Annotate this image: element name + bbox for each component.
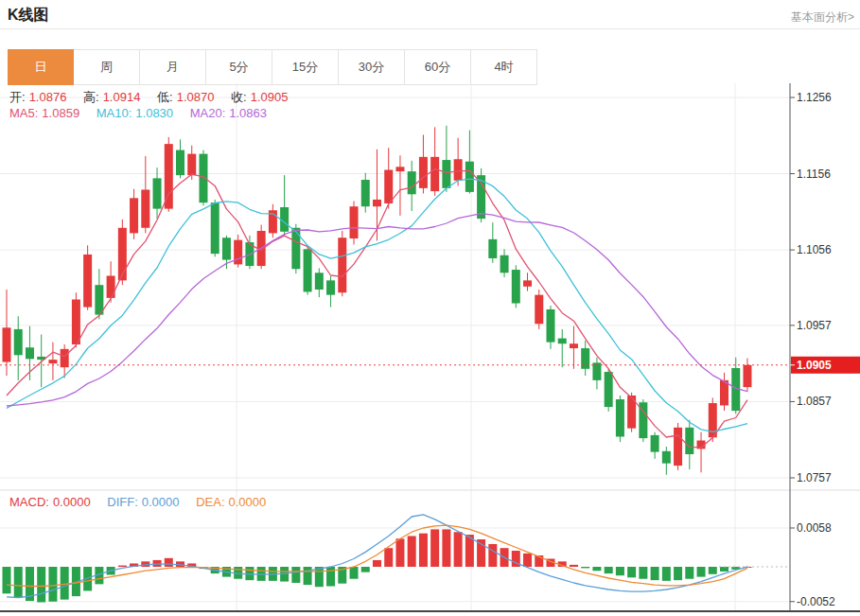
candle	[72, 299, 80, 344]
macd-histogram-bar	[408, 536, 416, 567]
candle	[685, 428, 693, 454]
macd-histogram-bar	[61, 567, 69, 600]
macd-histogram-bar	[442, 529, 450, 567]
high-value: 1.0914	[103, 90, 141, 104]
macd-histogram-bar	[395, 538, 404, 567]
macd-histogram-bar	[419, 534, 428, 567]
macd-histogram-bar	[709, 567, 717, 574]
candle	[14, 329, 23, 355]
macd-histogram-bar	[605, 567, 613, 573]
y-axis-label: 1.1256	[797, 91, 832, 104]
candle	[662, 451, 671, 464]
candle	[373, 200, 381, 206]
candle	[83, 255, 92, 308]
candle	[408, 171, 416, 194]
close-value: 1.0905	[251, 90, 289, 104]
candle	[141, 189, 149, 227]
candle	[291, 228, 300, 270]
macd-histogram-bar	[48, 567, 57, 602]
candle	[605, 372, 613, 407]
macd-histogram-bar	[326, 567, 335, 587]
ma-legend: MA5:1.0859 MA10:1.0830 MA20:1.0863	[9, 106, 271, 120]
diff-value: 0.0000	[142, 495, 180, 509]
candle	[616, 399, 624, 436]
candle	[442, 160, 450, 188]
candle	[222, 238, 231, 259]
macd-histogram-bar	[291, 567, 300, 583]
ma5-label: MA5:	[9, 106, 38, 120]
candle	[558, 339, 567, 344]
candle	[304, 249, 312, 291]
candle	[720, 380, 728, 406]
open-value: 1.0876	[29, 90, 67, 104]
macd-label: MACD:	[9, 495, 49, 509]
candle	[581, 348, 589, 369]
macd-histogram-bar	[373, 560, 381, 567]
candle	[488, 239, 497, 258]
ma20-value: 1.0863	[229, 106, 267, 120]
macd-legend: MACD:0.0000 DIFF:0.0000 DEA:0.0000	[9, 495, 270, 509]
macd-histogram-bar	[570, 565, 578, 567]
candle	[523, 280, 532, 286]
macd-histogram-bar	[523, 554, 532, 567]
macd-histogram-bar	[3, 567, 11, 593]
macd-histogram-bar	[720, 567, 728, 572]
y-axis-label: 1.0957	[797, 319, 832, 332]
candle	[570, 343, 578, 348]
candle	[651, 435, 659, 452]
candle	[176, 150, 184, 176]
current-price-tag-label: 1.0905	[797, 359, 832, 372]
candle	[674, 428, 682, 466]
ma20-label: MA20:	[190, 106, 226, 120]
candle	[326, 280, 335, 294]
macd-histogram-bar	[361, 567, 370, 572]
diff-line	[7, 515, 747, 598]
macd-histogram-bar	[165, 558, 173, 567]
macd-histogram-bar	[153, 560, 162, 567]
diff-label: DIFF:	[107, 495, 138, 509]
close-label: 收:	[231, 90, 247, 104]
y-axis-label: 1.0757	[797, 471, 832, 484]
candle	[500, 255, 509, 273]
macd-histogram-bar	[627, 567, 636, 577]
candle	[3, 327, 11, 361]
kline-app: K线图 基本面分析> 日 周 月 5分 15分 30分 60分 4时 1.125…	[0, 0, 860, 616]
high-label: 高:	[83, 90, 99, 104]
dea-label: DEA:	[196, 495, 224, 509]
y-axis-label: 1.1056	[797, 243, 832, 256]
macd-histogram-bar	[350, 567, 359, 579]
ma10-label: MA10:	[97, 106, 132, 120]
ma5-value: 1.0859	[42, 106, 79, 120]
macd-histogram-bar	[304, 567, 312, 585]
macd-histogram-bar	[14, 567, 23, 598]
low-label: 低:	[157, 90, 173, 104]
y-axis-label: -0.0052	[797, 595, 835, 608]
macd-histogram-bar	[685, 567, 693, 579]
macd-histogram-bar	[454, 532, 463, 567]
candle	[130, 198, 138, 233]
candle	[211, 202, 219, 254]
ma10-value: 1.0830	[135, 106, 173, 120]
macd-histogram-bar	[639, 567, 647, 579]
y-axis-label: 0.0058	[797, 521, 832, 535]
dea-line	[7, 525, 747, 586]
ohlc-legend: 开:1.0876 高:1.0914 低:1.0870 收:1.0905	[9, 89, 291, 106]
macd-histogram-bar	[37, 567, 45, 602]
macd-histogram-bar	[616, 567, 624, 575]
macd-histogram-bar	[488, 544, 497, 567]
candle	[107, 276, 115, 298]
open-label: 开:	[9, 90, 26, 104]
candle	[338, 238, 346, 292]
macd-histogram-bar	[592, 567, 601, 571]
candle	[743, 365, 751, 387]
macd-histogram-bar	[697, 567, 706, 577]
macd-histogram-bar	[662, 567, 671, 581]
y-axis-label: 1.1156	[797, 167, 831, 181]
candle	[350, 206, 359, 238]
candle	[26, 347, 34, 359]
candle	[454, 159, 463, 181]
candle	[384, 170, 393, 203]
candle	[187, 154, 196, 176]
candle	[419, 157, 428, 188]
low-value: 1.0870	[177, 90, 215, 104]
